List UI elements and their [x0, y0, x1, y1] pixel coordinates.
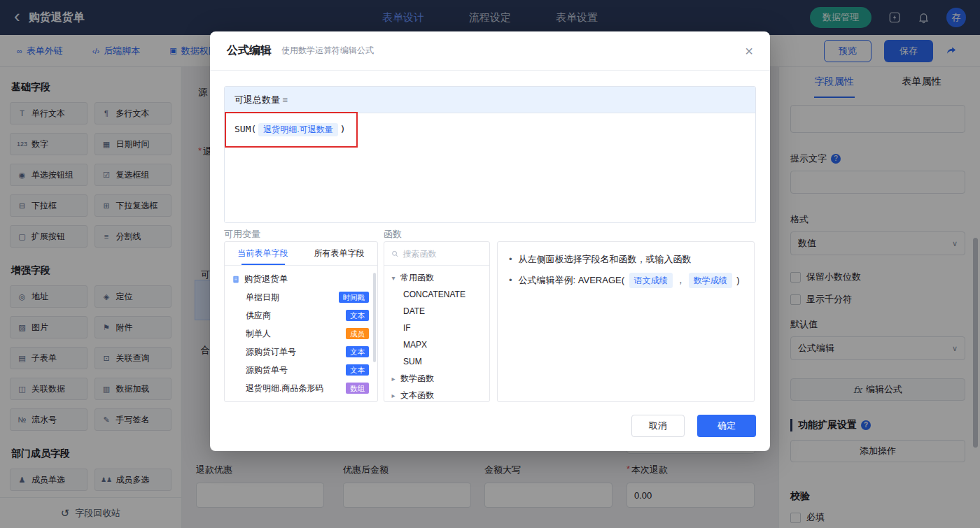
- function-tree: ▾ 常用函数 CONCATENATE DATE IF MAPX SUM ▸ 数学…: [384, 266, 489, 402]
- variables-tabs: 当前表单字段 所有表单字段: [225, 242, 377, 266]
- function-item[interactable]: SUM: [384, 353, 489, 370]
- formula-target: 可退总数量 =: [225, 87, 755, 113]
- function-item[interactable]: IF: [384, 320, 489, 336]
- variables-scrollbar[interactable]: [373, 273, 376, 362]
- function-group-label: 常用函数: [400, 272, 434, 284]
- formula-function-close: ): [340, 124, 346, 134]
- function-search-input[interactable]: [402, 249, 482, 259]
- search-icon: [391, 250, 398, 258]
- tab-current-form-fields[interactable]: 当前表单字段: [225, 242, 301, 265]
- variable-name: 单据日期: [246, 292, 279, 304]
- variables-root-node[interactable]: 购货退货单: [225, 270, 377, 288]
- help-tip-2: • 公式编辑举例: AVERAGE( 语文成绩，数学成绩 ): [509, 273, 743, 288]
- variable-name: 源购货单号: [246, 364, 288, 376]
- variable-type-badge: 成员: [346, 328, 369, 340]
- functions-panel-title: 函数: [384, 228, 402, 241]
- formula-help-panel: • 从左侧面板选择字段名和函数，或输入函数 • 公式编辑举例: AVERAGE(…: [497, 241, 755, 402]
- example-field-chip: 语文成绩: [629, 273, 673, 288]
- variables-panel-title: 可用变量: [224, 228, 260, 241]
- help-example-suffix: ): [736, 275, 739, 285]
- formula-edit-modal: 公式编辑 使用数学运算符编辑公式 × 可退总数量 = SUM(退货明细.可退数量…: [210, 31, 770, 451]
- confirm-button[interactable]: 确定: [697, 415, 756, 437]
- cancel-button[interactable]: 取消: [631, 415, 685, 437]
- functions-panel: ▾ 常用函数 CONCATENATE DATE IF MAPX SUM ▸ 数学…: [384, 241, 490, 402]
- function-group-math[interactable]: ▸ 数学函数: [384, 370, 489, 387]
- modal-title: 公式编辑: [227, 43, 272, 58]
- variable-row[interactable]: 退货明细.商品条形码数组: [225, 379, 377, 397]
- variables-panel: 当前表单字段 所有表单字段 购货退货单 单据日期时间戳 供应商文本 制单人成员 …: [224, 241, 378, 402]
- close-icon[interactable]: ×: [745, 44, 753, 58]
- bullet-icon: •: [509, 252, 512, 267]
- variable-row[interactable]: 单据日期时间戳: [225, 288, 377, 306]
- function-item[interactable]: DATE: [384, 303, 489, 320]
- variable-type-badge: 文本: [346, 310, 369, 322]
- variable-name: 制单人: [246, 328, 271, 340]
- variable-type-badge: 时间戳: [339, 292, 370, 304]
- function-group-label: 文本函数: [400, 390, 434, 401]
- formula-field-chip[interactable]: 退货明细.可退数量: [258, 123, 337, 136]
- formula-editor: 可退总数量 = SUM(退货明细.可退数量): [224, 86, 756, 223]
- document-icon: [232, 275, 240, 284]
- modal-footer: 取消 确定: [631, 415, 756, 437]
- example-field-chip: 数学成绩: [689, 273, 732, 288]
- function-group-text[interactable]: ▸ 文本函数: [384, 387, 489, 402]
- app: ‹ 购货退货单 表单设计 流程设定 表单设置 数据管理 存 ∞ 表单外链 ‹/›…: [0, 0, 980, 528]
- function-item[interactable]: MAPX: [384, 336, 489, 353]
- help-tip-1: • 从左侧面板选择字段名和函数，或输入函数: [509, 252, 743, 267]
- modal-header: 公式编辑 使用数学运算符编辑公式 ×: [210, 31, 770, 71]
- variable-type-badge: 文本: [346, 346, 369, 358]
- function-search: [384, 242, 489, 266]
- variable-name: 退货明细.商品条形码: [246, 383, 323, 394]
- variables-tree: 购货退货单 单据日期时间戳 供应商文本 制单人成员 源购货订单号文本 源购货单号…: [225, 266, 377, 401]
- modal-subtitle: 使用数学运算符编辑公式: [281, 45, 374, 57]
- chevron-right-icon: ▸: [390, 392, 397, 399]
- function-group-common[interactable]: ▾ 常用函数: [384, 269, 489, 286]
- variable-row[interactable]: 源购货订单号文本: [225, 343, 377, 361]
- formula-input-area[interactable]: SUM(退货明细.可退数量): [225, 113, 755, 222]
- variable-name: 源购货订单号: [246, 346, 296, 358]
- chevron-right-icon: ▸: [390, 375, 397, 383]
- variable-row[interactable]: 源购货单号文本: [225, 361, 377, 379]
- chevron-down-icon: ▾: [390, 274, 397, 282]
- function-item[interactable]: CONCATENATE: [384, 286, 489, 303]
- variable-type-badge: 文本: [346, 364, 369, 376]
- formula-function-open: SUM(: [234, 124, 256, 134]
- variables-root-label: 购货退货单: [244, 273, 288, 285]
- help-example-prefix: 公式编辑举例: AVERAGE(: [519, 275, 624, 285]
- variable-type-badge: 数组: [346, 383, 369, 394]
- example-comma: ，: [676, 275, 685, 285]
- bullet-icon: •: [509, 273, 512, 288]
- tab-all-form-fields[interactable]: 所有表单字段: [301, 242, 377, 265]
- variable-row[interactable]: 制单人成员: [225, 324, 377, 343]
- function-group-label: 数学函数: [400, 373, 434, 385]
- variable-name: 供应商: [246, 310, 271, 322]
- variable-row[interactable]: 供应商文本: [225, 306, 377, 324]
